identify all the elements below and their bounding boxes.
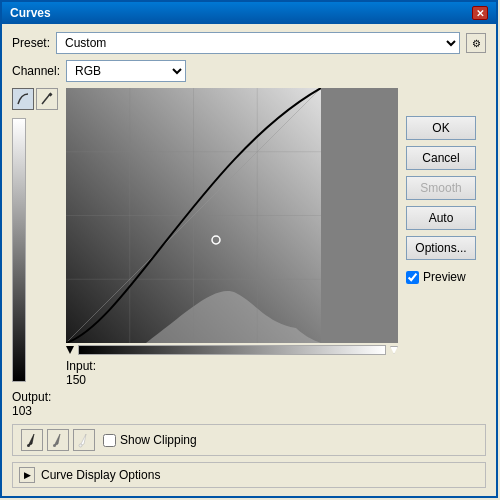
preview-row: Preview: [406, 270, 486, 284]
black-eyedropper-button[interactable]: [21, 429, 43, 451]
curve-area: Input: 150: [66, 88, 398, 418]
curves-window: Curves ✕ Preset: Custom ⚙ Channel: RGB R…: [0, 0, 498, 498]
smooth-button[interactable]: Smooth: [406, 176, 476, 200]
curve-tool-button[interactable]: [12, 88, 34, 110]
svg-point-3: [53, 444, 56, 447]
pencil-tool-button[interactable]: [36, 88, 58, 110]
bottom-bar: Show Clipping: [12, 424, 486, 456]
white-point-slider[interactable]: [390, 346, 398, 354]
ok-button[interactable]: OK: [406, 116, 476, 140]
input-value: 150: [66, 373, 86, 387]
close-button[interactable]: ✕: [472, 6, 488, 20]
channel-row: Channel: RGB Red Green Blue: [12, 60, 486, 82]
channel-select[interactable]: RGB Red Green Blue: [66, 60, 186, 82]
svg-line-0: [42, 94, 50, 104]
title-bar: Curves ✕: [2, 2, 496, 24]
options-button[interactable]: Options...: [406, 236, 476, 260]
preset-select[interactable]: Custom: [56, 32, 460, 54]
expand-options-button[interactable]: ▶: [19, 467, 35, 483]
channel-label: Channel:: [12, 64, 60, 78]
show-clipping-checkbox[interactable]: [103, 434, 116, 447]
cancel-button[interactable]: Cancel: [406, 146, 476, 170]
gradient-bar: [12, 118, 26, 382]
curve-display-options-label: Curve Display Options: [41, 468, 160, 482]
curve-tools: [12, 88, 58, 110]
svg-point-2: [27, 444, 30, 447]
preview-label[interactable]: Preview: [423, 270, 466, 284]
window-title: Curves: [10, 6, 51, 20]
svg-point-4: [79, 444, 82, 447]
preset-label: Preset:: [12, 36, 50, 50]
dialog-content: Preset: Custom ⚙ Channel: RGB Red Green …: [2, 24, 496, 496]
gradient-slider-bar: [78, 345, 386, 355]
eyedropper-tools: [21, 429, 95, 451]
input-label-text: Input:: [66, 359, 96, 373]
curve-display-options-row: ▶ Curve Display Options: [12, 462, 486, 488]
show-clipping-row: Show Clipping: [103, 433, 197, 447]
white-eyedropper-button[interactable]: [73, 429, 95, 451]
output-label-text: Output:: [12, 390, 51, 404]
input-label-area: Input: 150: [66, 355, 398, 387]
main-area: Output: 103 Input: 150: [12, 88, 486, 418]
output-area: Output: 103: [12, 390, 51, 418]
black-point-slider[interactable]: [66, 346, 74, 354]
preset-row: Preset: Custom ⚙: [12, 32, 486, 54]
curve-canvas[interactable]: [66, 88, 321, 343]
gray-eyedropper-button[interactable]: [47, 429, 69, 451]
curve-canvas-wrap[interactable]: [66, 88, 398, 343]
auto-button[interactable]: Auto: [406, 206, 476, 230]
preview-checkbox[interactable]: [406, 271, 419, 284]
left-panel: Output: 103: [12, 88, 58, 418]
output-value: 103: [12, 404, 51, 418]
right-panel: OK Cancel Smooth Auto Options... Preview: [406, 88, 486, 418]
settings-icon[interactable]: ⚙: [466, 33, 486, 53]
show-clipping-label[interactable]: Show Clipping: [120, 433, 197, 447]
